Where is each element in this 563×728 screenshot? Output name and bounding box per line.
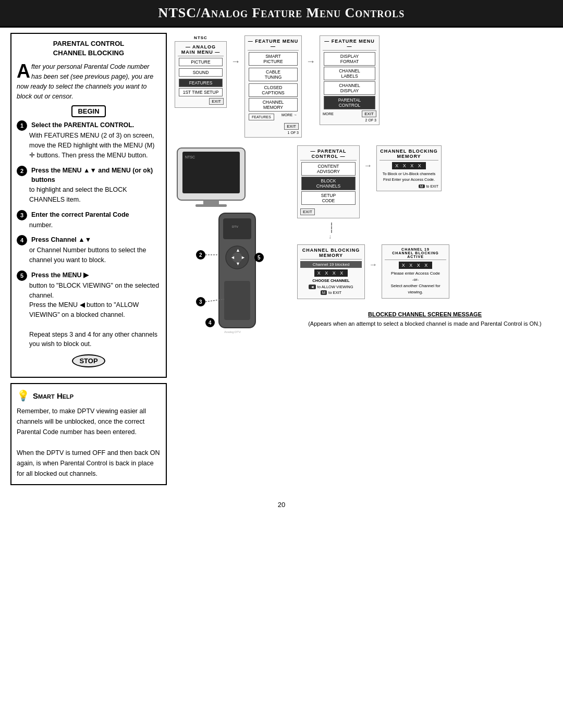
bulb-icon: 💡 xyxy=(17,389,30,402)
menu-exit: EXIT xyxy=(209,98,224,105)
blocked-channel-title: BLOCKED CHANNEL SCREEN MESSAGE xyxy=(300,311,550,317)
drop-cap: A xyxy=(17,64,30,79)
step-2-number: 2 xyxy=(17,166,27,176)
arrow-3: → xyxy=(364,145,372,170)
svg-rect-14 xyxy=(224,281,250,320)
pc-exit: EXIT xyxy=(300,208,315,215)
channel-blocking-memory-1-diagram: CHANNEL BLOCKING MEMORY X X X X To Block… xyxy=(376,145,442,191)
parental-control-diagram: — PARENTAL CONTROL — CONTENTADVISORY BLO… xyxy=(297,145,360,218)
tv-remote-illustration: NTSC DTV ▲ ▼ ◄ ► xyxy=(175,145,289,340)
step-1: 1 Select the PARENTAL CONTROL. With FEAT… xyxy=(17,120,161,160)
dashed-arrow-down xyxy=(331,223,332,233)
svg-text:2: 2 xyxy=(199,252,202,258)
svg-text:▲: ▲ xyxy=(236,248,240,253)
fm2-display-format: DISPLAYFORMAT xyxy=(324,52,375,66)
section-title: Parental Control Channel Blocking xyxy=(17,39,161,58)
svg-text:Analog: Analog xyxy=(224,330,234,334)
begin-badge: BEGIN xyxy=(71,105,105,117)
page-title: NTSC/Analog Feature Menu Controls xyxy=(158,5,405,20)
menu-picture: PICTURE xyxy=(179,58,223,66)
ntsc-label: NTSC xyxy=(194,35,207,40)
fm1-features: FEATURES xyxy=(249,114,274,120)
step-2-header: Press the MENU ▲▼ and MENU (or ok) butto… xyxy=(31,166,161,186)
fm2-page: 2 OF 3 xyxy=(323,118,376,122)
step-1-body: With FEATURES MENU (2 of 3) on screen, m… xyxy=(29,131,161,160)
fm1-more: MORE → xyxy=(280,113,299,121)
fm2-channel-display: CHANNELDISPLAY xyxy=(324,81,375,95)
step-3-body: number. xyxy=(29,220,161,230)
parental-control-section: Parental Control Channel Blocking A fter… xyxy=(10,33,167,378)
svg-text:▼: ▼ xyxy=(236,261,240,266)
cbm1-exit: M to EXIT xyxy=(380,184,438,188)
channel-blocking-active-diagram: CHANNEL 19CHANNEL BLOCKING ACTIVE X X X … xyxy=(382,244,449,299)
fm2-parental-control: PARENTALCONTROL xyxy=(324,96,375,109)
svg-text:DTV: DTV xyxy=(232,225,238,228)
arrow-down-symbol: ↓ xyxy=(328,233,332,240)
analog-main-menu-diagram: — ANALOG MAIN MENU — PICTURE SOUND FEATU… xyxy=(175,41,227,108)
menu-1st-time: 1ST TIME SETUP xyxy=(179,88,223,96)
feature-menu-1-diagram: — FEATURE MENU — SMARTPICTURE CABLETUNIN… xyxy=(244,35,302,138)
step-3-header: Enter the correct Parental Code xyxy=(31,210,129,220)
fm1-page: 1 OF 3 xyxy=(248,131,299,134)
analog-main-menu-label: — ANALOG MAIN MENU — xyxy=(178,44,224,56)
intro-text: A fter your personal Parental Code numbe… xyxy=(17,62,161,101)
arrow-4: → xyxy=(369,244,377,269)
cbm1-text: To Block or Un-Block channels First Ente… xyxy=(380,171,438,182)
menu-sound: SOUND xyxy=(179,68,223,77)
step-5: 5 Press the MENU ▶ button to "BLOCK VIEW… xyxy=(17,270,161,349)
cba-label: CHANNEL 19CHANNEL BLOCKING ACTIVE xyxy=(385,248,446,260)
svg-text:5: 5 xyxy=(258,255,261,261)
step-4-number: 4 xyxy=(17,235,27,245)
step-1-header: Select the PARENTAL CONTROL. xyxy=(31,120,134,130)
cbm2-exit: M to EXIT xyxy=(300,290,362,295)
left-column: Parental Control Channel Blocking A fter… xyxy=(10,33,167,485)
svg-text:►: ► xyxy=(241,255,246,260)
step-2-body: to highlight and select the BLOCK CHANNE… xyxy=(29,185,161,205)
fm2-more: MORE xyxy=(323,112,334,116)
cba-text: Please enter Access Code -or- Select ano… xyxy=(385,270,446,295)
smart-help-title: 💡 Smart Help xyxy=(17,389,161,402)
step-1-number: 1 xyxy=(17,120,27,131)
arrow-1: → xyxy=(231,35,240,77)
cbm1-label: CHANNEL BLOCKING MEMORY xyxy=(380,149,438,161)
fm1-exit: EXIT xyxy=(284,123,299,130)
step-3: 3 Enter the correct Parental Code number… xyxy=(17,210,161,230)
cbm1-code: X X X X xyxy=(392,162,426,169)
step-5-number: 5 xyxy=(17,270,27,281)
feature-menu-2-label: — FEATURE MENU — xyxy=(323,39,376,51)
smart-help-text: Remember, to make DPTV viewing easier al… xyxy=(17,406,161,479)
channel-blocking-memory-2-diagram: CHANNEL BLOCKING MEMORY Channel 19 block… xyxy=(297,244,365,299)
step-4: 4 Press Channel ▲▼ or Channel Number but… xyxy=(17,235,161,265)
blocked-channel-description: (Appears when an attempt to select a blo… xyxy=(300,319,550,328)
fm2-channel-labels: CHANNELLABELS xyxy=(324,67,375,80)
fm1-cable-tuning: CABLETUNING xyxy=(249,68,298,81)
step-4-header: Press Channel ▲▼ xyxy=(31,235,91,245)
svg-text:NTSC: NTSC xyxy=(185,155,195,159)
pc-content-advisory: CONTENTADVISORY xyxy=(301,162,356,176)
stop-badge: STOP xyxy=(72,354,105,367)
blocked-channel-message: BLOCKED CHANNEL SCREEN MESSAGE (Appears … xyxy=(297,309,553,331)
right-column: NTSC — ANALOG MAIN MENU — PICTURE SOUND … xyxy=(175,33,553,485)
cba-code: X X X X xyxy=(399,262,433,269)
fm1-smart-picture: SMARTPICTURE xyxy=(249,52,298,66)
fm1-channel-memory: CHANNELMEMORY xyxy=(249,98,298,112)
step-2: 2 Press the MENU ▲▼ and MENU (or ok) but… xyxy=(17,166,161,205)
fm2-exit: EXIT xyxy=(362,110,376,117)
step-3-number: 3 xyxy=(17,210,27,220)
feature-menu-1-label: — FEATURE MENU — xyxy=(248,39,299,51)
step-5-header: Press the MENU ▶ xyxy=(31,270,89,280)
smart-help-box: 💡 Smart Help Remember, to make DPTV view… xyxy=(10,383,167,485)
arrow-2: → xyxy=(306,35,315,77)
parental-control-label: — PARENTAL CONTROL — xyxy=(300,149,357,161)
step-4-body: or Channel Number buttons to select the … xyxy=(29,245,161,265)
fm1-closed-captions: CLOSEDCAPTIONS xyxy=(249,83,298,97)
step-5-body: button to "BLOCK VIEWING" on the selecte… xyxy=(29,281,161,349)
cbm2-choose: CHOOSE CHANNEL xyxy=(300,278,362,283)
menu-features: FEATURES xyxy=(179,79,223,87)
pc-setup-code: SETUPCODE xyxy=(301,191,356,205)
svg-text:DTV: DTV xyxy=(235,330,241,334)
svg-text:4: 4 xyxy=(209,320,212,326)
smart-help-label: Smart Help xyxy=(33,391,74,400)
pc-block-channels: BLOCKCHANNELS xyxy=(301,177,356,190)
cbm2-label: CHANNEL BLOCKING MEMORY xyxy=(300,248,362,260)
